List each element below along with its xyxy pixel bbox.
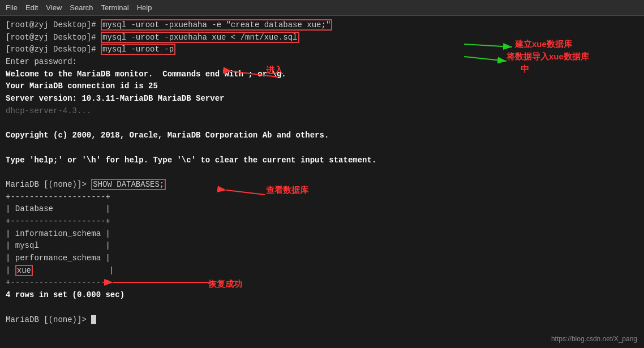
menu-view[interactable]: View [46, 3, 62, 12]
line-16: | Database | [6, 203, 638, 216]
line-15: +--------------------+ [6, 191, 638, 204]
menu-search[interactable]: Search [70, 3, 93, 12]
cmd-import-db: mysql -uroot -pxuehaha xue < /mnt/xue.sq… [101, 32, 299, 43]
cmd-show-databases: SHOW DATABASES; [91, 179, 166, 190]
cmd-mysql-login: mysql -uroot -p [101, 44, 175, 55]
line-21: | xue | [6, 265, 638, 277]
annotation-import-db: 将数据导入xue数据库 [506, 50, 589, 63]
annotation-enter: 进入 [266, 63, 283, 76]
line-10: Copyright (c) 2000, 2018, Oracle, MariaD… [6, 130, 638, 142]
menu-bar: File Edit View Search Terminal Help [6, 3, 152, 12]
line-22: +--------------------+ [6, 277, 638, 289]
title-bar: File Edit View Search Terminal Help [0, 0, 644, 16]
terminal-window: File Edit View Search Terminal Help [roo… [0, 0, 644, 348]
line-5: Welcome to the MariaDB monitor. Commands… [6, 68, 638, 81]
line-23: 4 rows in set (0.000 sec) [6, 289, 638, 302]
line-20: | performance_schema | [6, 252, 638, 265]
line-13 [6, 166, 638, 179]
cursor [91, 315, 96, 324]
line-8: dhcp-server-4.3... [6, 105, 638, 118]
menu-terminal[interactable]: Terminal [101, 3, 129, 12]
db-xue: xue [15, 265, 33, 276]
line-11 [6, 142, 638, 154]
line-18: | information_schema | [6, 228, 638, 240]
line-7: Server version: 10.3.11-MariaDB MariaDB … [6, 93, 638, 105]
watermark: https://blog.csdn.net/X_pang [551, 334, 637, 345]
line-14: MariaDB [(none)]> SHOW DATABASES; [6, 179, 638, 191]
line-12: Type 'help;' or '\h' for help. Type '\c'… [6, 154, 638, 167]
annotation-import-db-2: 中 [521, 62, 529, 75]
menu-edit[interactable]: Edit [25, 3, 38, 12]
line-6: Your MariaDB connection id is 25 [6, 80, 638, 93]
annotation-create-db: 建立xue数据库 [515, 37, 572, 50]
terminal-body: [root@zyj Desktop]# mysql -uroot -pxueha… [0, 16, 644, 348]
annotation-show-db: 查看数据库 [266, 183, 308, 196]
menu-file[interactable]: File [6, 3, 18, 12]
cmd-create-db: mysql -uroot -pxuehaha -e "create databa… [101, 19, 332, 31]
line-17: +--------------------+ [6, 216, 638, 228]
menu-help[interactable]: Help [137, 3, 152, 12]
line-9 [6, 118, 638, 130]
line-25: MariaDB [(none)]> [6, 314, 638, 326]
line-24 [6, 302, 638, 314]
line-19: | mysql | [6, 240, 638, 252]
line-1: [root@zyj Desktop]# mysql -uroot -pxueha… [6, 19, 638, 32]
annotation-restore-success: 恢复成功 [208, 277, 242, 290]
